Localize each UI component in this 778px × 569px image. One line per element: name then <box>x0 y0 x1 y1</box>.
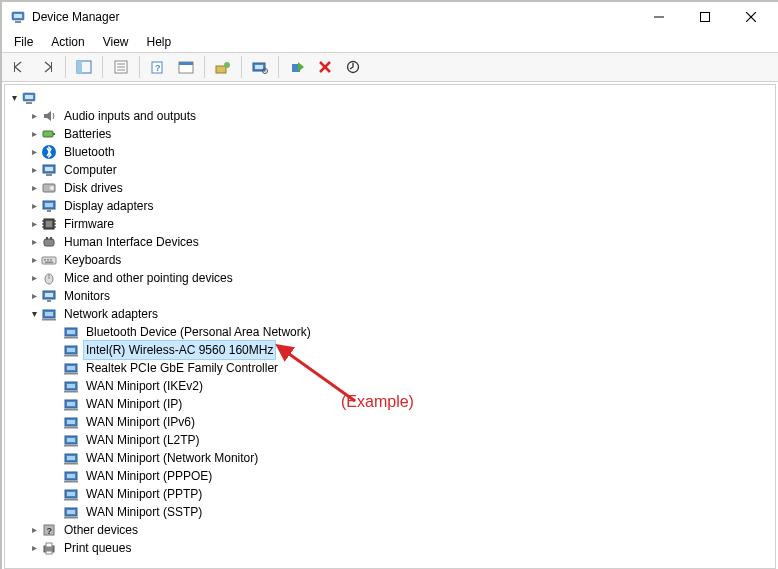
expand-icon[interactable]: ▸ <box>27 145 41 159</box>
category-node[interactable]: ▸ Monitors <box>5 287 775 305</box>
category-node[interactable]: ▸ Firmware <box>5 215 775 233</box>
spacer <box>49 505 63 519</box>
menu-view[interactable]: View <box>95 33 137 51</box>
help-button[interactable]: ? <box>145 55 171 79</box>
show-hide-console-tree-button[interactable] <box>71 55 97 79</box>
device-node[interactable]: Realtek PCIe GbE Family Controller <box>5 359 775 377</box>
device-node[interactable]: Intel(R) Wireless-AC 9560 160MHz <box>5 341 775 359</box>
device-node[interactable]: WAN Miniport (SSTP) <box>5 503 775 521</box>
category-node[interactable]: ▾ Network adapters <box>5 305 775 323</box>
category-label: Display adapters <box>61 196 156 216</box>
spacer <box>49 397 63 411</box>
svg-rect-54 <box>44 259 46 261</box>
svg-rect-95 <box>64 499 78 501</box>
category-node[interactable]: ▸ Bluetooth <box>5 143 775 161</box>
expand-icon[interactable]: ▸ <box>27 523 41 537</box>
svg-text:?: ? <box>47 526 53 536</box>
category-node[interactable]: ▸ Disk drives <box>5 179 775 197</box>
expand-icon[interactable]: ▸ <box>27 181 41 195</box>
display-icon <box>41 198 57 214</box>
root-node[interactable]: ▾ <box>5 89 775 107</box>
menu-file[interactable]: File <box>6 33 41 51</box>
expand-icon[interactable]: ▸ <box>27 199 41 213</box>
enable-device-button[interactable] <box>284 55 310 79</box>
category-label: Bluetooth <box>61 142 118 162</box>
uninstall-device-button[interactable] <box>312 55 338 79</box>
svg-rect-86 <box>64 445 78 447</box>
update-driver-button[interactable] <box>210 55 236 79</box>
properties-button[interactable] <box>108 55 134 79</box>
device-node[interactable]: WAN Miniport (IP) <box>5 395 775 413</box>
scan-hardware-button[interactable] <box>247 55 273 79</box>
network-icon <box>63 504 79 520</box>
svg-rect-65 <box>42 319 56 321</box>
category-node[interactable]: ▸ Audio inputs and outputs <box>5 107 775 125</box>
svg-rect-40 <box>45 203 53 207</box>
spacer <box>49 379 63 393</box>
action-list-button[interactable] <box>173 55 199 79</box>
network-icon <box>63 360 79 376</box>
expand-icon[interactable]: ▾ <box>7 91 21 105</box>
expand-icon[interactable]: ▸ <box>27 253 41 267</box>
svg-rect-67 <box>67 330 75 334</box>
category-node[interactable]: ▸ ? Other devices <box>5 521 775 539</box>
svg-rect-92 <box>64 481 78 483</box>
spacer <box>49 415 63 429</box>
device-tree[interactable]: ▾ ▸ Audio inputs and outputs▸ Batteries▸… <box>5 85 775 569</box>
category-node[interactable]: ▸ Batteries <box>5 125 775 143</box>
svg-rect-77 <box>64 391 78 393</box>
menu-action[interactable]: Action <box>43 33 92 51</box>
expand-icon[interactable]: ▸ <box>27 289 41 303</box>
svg-rect-85 <box>67 438 75 442</box>
maximize-button[interactable] <box>682 2 728 32</box>
expand-icon[interactable]: ▸ <box>27 127 41 141</box>
collapse-icon[interactable]: ▾ <box>27 307 41 321</box>
forward-button[interactable] <box>34 55 60 79</box>
svg-rect-18 <box>179 62 193 65</box>
category-node[interactable]: ▸ Human Interface Devices <box>5 233 775 251</box>
expand-icon[interactable]: ▸ <box>27 163 41 177</box>
expand-icon[interactable]: ▸ <box>27 235 41 249</box>
minimize-button[interactable] <box>636 2 682 32</box>
category-node[interactable]: ▸ Keyboards <box>5 251 775 269</box>
category-node[interactable]: ▸ Mice and other pointing devices <box>5 269 775 287</box>
menubar: File Action View Help <box>2 32 778 52</box>
device-node[interactable]: WAN Miniport (IPv6) <box>5 413 775 431</box>
category-node[interactable]: ▸ Display adapters <box>5 197 775 215</box>
svg-rect-1 <box>14 14 22 18</box>
device-node[interactable]: WAN Miniport (IKEv2) <box>5 377 775 395</box>
device-label: Intel(R) Wireless-AC 9560 160MHz <box>83 340 276 360</box>
svg-rect-102 <box>46 543 52 547</box>
category-label: Other devices <box>61 520 141 540</box>
expand-icon[interactable]: ▸ <box>27 217 41 231</box>
device-node[interactable]: WAN Miniport (Network Monitor) <box>5 449 775 467</box>
svg-rect-7 <box>14 62 15 72</box>
monitor-icon <box>41 288 57 304</box>
audio-icon <box>41 108 57 124</box>
device-node[interactable]: WAN Miniport (L2TP) <box>5 431 775 449</box>
svg-rect-56 <box>50 259 52 261</box>
back-button[interactable] <box>6 55 32 79</box>
device-node[interactable]: Bluetooth Device (Personal Area Network) <box>5 323 775 341</box>
svg-rect-61 <box>45 293 53 297</box>
expand-icon[interactable]: ▸ <box>27 541 41 555</box>
device-tree-panel: ▾ ▸ Audio inputs and outputs▸ Batteries▸… <box>4 84 776 569</box>
category-node[interactable]: ▸ Computer <box>5 161 775 179</box>
disable-device-button[interactable] <box>340 55 366 79</box>
device-node[interactable]: WAN Miniport (PPTP) <box>5 485 775 503</box>
expand-icon[interactable]: ▸ <box>27 109 41 123</box>
close-button[interactable] <box>728 2 774 32</box>
category-node[interactable]: ▸ Print queues <box>5 539 775 557</box>
device-node[interactable]: WAN Miniport (PPPOE) <box>5 467 775 485</box>
svg-rect-4 <box>701 13 710 22</box>
svg-rect-71 <box>64 355 78 357</box>
expand-icon[interactable]: ▸ <box>27 271 41 285</box>
svg-rect-29 <box>25 95 33 99</box>
svg-rect-36 <box>46 174 52 176</box>
svg-rect-94 <box>67 492 75 496</box>
menu-help[interactable]: Help <box>139 33 180 51</box>
svg-rect-50 <box>44 239 54 246</box>
network-icon <box>63 378 79 394</box>
category-label: Network adapters <box>61 304 161 324</box>
computer-icon <box>41 162 57 178</box>
